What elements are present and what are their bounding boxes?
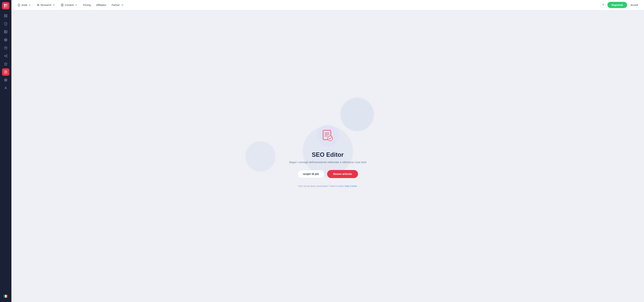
svg-rect-0 (4, 4, 6, 5)
svg-rect-2 (4, 6, 6, 7)
svg-line-22 (5, 56, 6, 57)
svg-point-18 (4, 56, 5, 56)
sidebar-item-chat[interactable] (2, 44, 10, 52)
language-flag[interactable]: 🇮🇹 (2, 293, 10, 300)
help-center-text: Non sai da dove cominciare? Visita il no… (298, 185, 357, 187)
sidebar-item-audit[interactable] (2, 20, 10, 27)
hero-section: SEO Editor Segui i consigli dell'assiste… (289, 125, 366, 187)
nav-research-chevron (52, 3, 55, 6)
learn-more-button[interactable]: scopri di più (298, 170, 324, 178)
svg-point-30 (6, 80, 6, 80)
register-button[interactable]: Registrati (608, 2, 627, 8)
svg-point-29 (5, 79, 6, 81)
svg-rect-6 (4, 16, 5, 17)
hero-subtitle: Segui i consigli dell'assistente editori… (289, 161, 366, 164)
content-icon (61, 3, 64, 6)
nav-partner-label: Partner (112, 3, 120, 6)
svg-marker-23 (4, 62, 7, 65)
svg-rect-1 (6, 4, 8, 5)
nav-content-label: Content (65, 3, 74, 6)
sidebar-item-links[interactable] (2, 52, 10, 60)
hero-buttons: scopri di più Nuovo articolo (298, 170, 358, 178)
seo-editor-icon (321, 129, 334, 142)
main-wrapper: Audit Research Content Prici (12, 0, 644, 302)
svg-point-43 (328, 136, 332, 141)
nav-audit-chevron (28, 3, 31, 6)
sidebar-item-globe[interactable] (2, 36, 10, 43)
nav-pricing-label: Pricing (83, 3, 91, 6)
sidebar: 🇮🇹 (0, 0, 12, 302)
help-button[interactable]: ? (600, 2, 606, 8)
sidebar-item-table[interactable] (2, 28, 10, 35)
svg-point-19 (6, 55, 7, 55)
nav-affiliation[interactable]: Affiliation (94, 2, 108, 7)
svg-rect-4 (4, 14, 5, 15)
svg-point-20 (6, 56, 7, 57)
sidebar-item-target[interactable] (2, 76, 10, 84)
content-area: SEO Editor Segui i consigli dell'assiste… (12, 10, 644, 302)
logo-button[interactable] (2, 2, 10, 9)
nav-audit-label: Audit (22, 3, 27, 6)
top-navbar: Audit Research Content Prici (12, 0, 644, 10)
background-blob-3 (246, 141, 276, 171)
svg-rect-3 (6, 6, 8, 7)
nav-content[interactable]: Content (59, 2, 80, 7)
nav-research[interactable]: Research (34, 2, 57, 7)
nav-research-label: Research (40, 3, 51, 6)
svg-rect-7 (6, 16, 7, 17)
sidebar-item-users[interactable] (2, 84, 10, 92)
nav-audit[interactable]: Audit (16, 2, 33, 7)
nav-partner[interactable]: Partner (110, 2, 126, 7)
research-icon (36, 3, 40, 6)
nav-partner-chevron (121, 3, 124, 6)
svg-point-31 (5, 87, 6, 88)
hero-icon-wrapper (317, 125, 339, 147)
svg-point-33 (38, 5, 39, 6)
svg-rect-5 (6, 14, 7, 15)
sidebar-item-favorites[interactable] (2, 60, 10, 68)
svg-point-28 (4, 79, 7, 82)
svg-line-21 (5, 55, 6, 56)
sidebar-item-dashboard[interactable] (2, 12, 10, 19)
svg-rect-8 (4, 30, 7, 33)
nav-pricing[interactable]: Pricing (81, 2, 93, 7)
new-article-button[interactable]: Nuovo articolo (327, 170, 358, 178)
help-center-link[interactable]: Help Center (344, 185, 357, 187)
nav-affiliation-label: Affiliation (96, 3, 106, 6)
sidebar-item-content-editor[interactable] (2, 68, 10, 76)
nav-content-chevron (75, 3, 78, 6)
login-button[interactable]: Accedi (628, 2, 640, 8)
hero-title: SEO Editor (312, 151, 344, 158)
